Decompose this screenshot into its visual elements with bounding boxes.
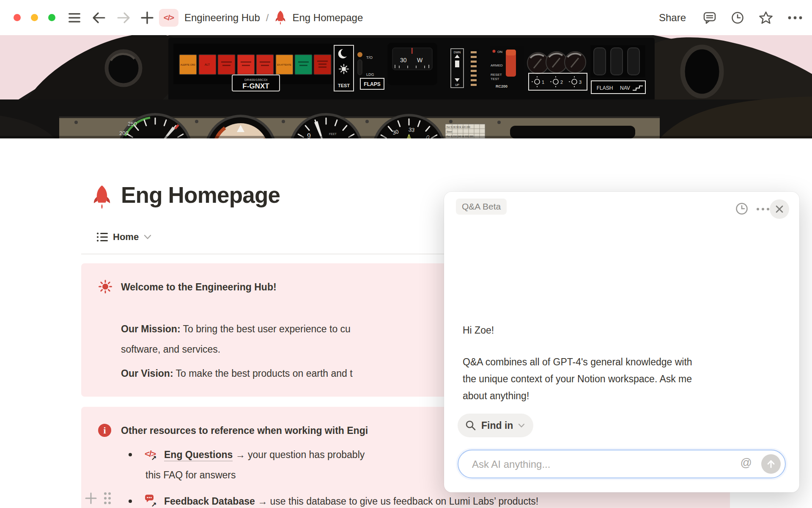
qa-greeting: Hi Zoe! xyxy=(463,325,494,336)
qa-description-line: about anything! xyxy=(463,387,692,404)
svg-text:W: W xyxy=(417,57,423,64)
mention-at-icon[interactable]: @ xyxy=(741,456,752,469)
qa-history-clock-icon[interactable] xyxy=(734,201,749,216)
forward-arrow-icon[interactable] xyxy=(112,0,134,35)
ask-ai-input[interactable] xyxy=(471,450,735,478)
back-arrow-icon[interactable] xyxy=(88,0,110,35)
sun-icon xyxy=(98,279,112,294)
history-clock-icon[interactable] xyxy=(731,11,744,25)
svg-text:ALERTE CRD: ALERTE CRD xyxy=(181,64,195,66)
svg-text:33: 33 xyxy=(408,126,415,133)
qa-description: Q&A combines all of GPT-4's general know… xyxy=(463,353,692,404)
view-tab-label: Home xyxy=(113,232,139,243)
feedback-text: → use this database to give us feedback … xyxy=(255,496,538,507)
rocket-icon xyxy=(274,10,286,25)
svg-text:LDG: LDG xyxy=(366,72,374,77)
minimize-window-button[interactable] xyxy=(31,14,38,21)
bullet-eng-questions: Eng Questions → your question has probab… xyxy=(164,448,365,461)
svg-text:30: 30 xyxy=(400,57,407,64)
svg-text:TEST: TEST xyxy=(338,83,350,88)
page-rocket-icon xyxy=(91,185,113,210)
page-title: Eng Homepage xyxy=(121,182,280,208)
bullet-dot xyxy=(129,453,132,456)
eng-questions-text: → your question has probably xyxy=(233,449,365,460)
svg-text:F-GNXT: F-GNXT xyxy=(242,82,269,90)
engineering-hub-code-icon[interactable]: </> xyxy=(159,9,178,27)
bullet-feedback: Feedback Database → use this database to… xyxy=(164,495,538,508)
find-in-label: Find in xyxy=(481,420,513,431)
svg-text:FEET: FEET xyxy=(329,133,337,135)
search-icon xyxy=(465,420,476,431)
svg-text:3: 3 xyxy=(579,80,582,85)
qa-description-line: the unique context of your Notion worksp… xyxy=(463,370,692,387)
svg-text:ON: ON xyxy=(497,50,502,54)
svg-text:UP: UP xyxy=(455,83,459,86)
svg-text:ALT: ALT xyxy=(205,63,210,66)
vision-text: To make the best products on earth and t xyxy=(173,368,353,379)
qa-close-icon[interactable] xyxy=(770,199,789,219)
list-view-icon xyxy=(96,232,108,243)
svg-text:NAV: NAV xyxy=(620,85,630,91)
notion-window: </> Engineering Hub / Eng Homepage Share xyxy=(0,0,812,508)
svg-text:FLASH: FLASH xyxy=(597,85,613,91)
open-page-arrow-icon: ↗ xyxy=(151,499,156,508)
mission-line-cont: software, and services. xyxy=(121,343,220,356)
sidebar-menu-icon[interactable] xyxy=(64,0,85,35)
vision-line: Our Vision: To make the best products on… xyxy=(121,367,353,380)
add-block-plus-icon[interactable] xyxy=(85,492,97,506)
drag-handle-icon[interactable] xyxy=(102,491,112,507)
find-in-button[interactable]: Find in xyxy=(458,414,533,437)
breadcrumb-separator: / xyxy=(266,12,269,24)
svg-text:T/O: T/O xyxy=(366,55,373,60)
breadcrumb: </> Engineering Hub / Eng Homepage xyxy=(159,0,363,35)
svg-text:2: 2 xyxy=(560,80,563,85)
svg-text:RC200: RC200 xyxy=(496,84,508,88)
feedback-chat-icon: ↗ xyxy=(145,494,158,507)
eng-questions-code-icon: </> ↗ xyxy=(145,447,158,461)
more-ellipsis-icon[interactable] xyxy=(787,16,803,20)
comments-icon[interactable] xyxy=(703,11,716,25)
info-icon: i xyxy=(98,424,111,437)
svg-text:RESET: RESET xyxy=(491,73,502,77)
svg-text:ARMED: ARMED xyxy=(491,64,503,67)
send-icon[interactable] xyxy=(761,454,781,474)
mission-label: Our Mission: xyxy=(121,323,181,334)
svg-text:FLAPS: FLAPS xyxy=(364,81,380,87)
svg-text:For N 30 60 E 120 150: For N 30 60 E 120 150 xyxy=(447,126,470,128)
chevron-down-icon xyxy=(518,423,525,428)
cover-image: ALERTE CRD ALT EN ATTENTE DR400/155CDI F… xyxy=(0,35,812,138)
zoom-window-button[interactable] xyxy=(48,14,55,21)
svg-text:DWN: DWN xyxy=(454,51,461,54)
mission-line: Our Mission: To bring the best user expe… xyxy=(121,323,351,335)
tab-home-view[interactable]: Home xyxy=(94,231,154,243)
resources-heading: Other resources to reference when workin… xyxy=(121,424,368,437)
mission-text: To bring the best user experience to cu xyxy=(181,323,351,334)
bullet-dot xyxy=(129,500,132,503)
ask-ai-input-container: @ xyxy=(458,450,786,478)
breadcrumb-parent[interactable]: Engineering Hub xyxy=(184,12,260,24)
favorite-star-icon[interactable] xyxy=(759,11,773,25)
svg-text:DR400/155CDI: DR400/155CDI xyxy=(244,78,267,82)
svg-text:1: 1 xyxy=(542,80,544,85)
close-window-button[interactable] xyxy=(14,14,21,21)
qa-more-ellipsis-icon[interactable] xyxy=(754,206,771,213)
eng-questions-link[interactable]: Eng Questions xyxy=(164,449,233,461)
vision-label: Our Vision: xyxy=(121,368,173,379)
svg-text:Steer: Steer xyxy=(447,130,452,133)
breadcrumb-current[interactable]: Eng Homepage xyxy=(292,12,363,24)
traffic-lights xyxy=(14,0,55,35)
new-tab-plus-icon[interactable] xyxy=(136,0,158,35)
qa-assistant-panel: Q&A Beta Hi Zoe! Q&A combines all of GPT… xyxy=(444,192,799,492)
qa-description-line: Q&A combines all of GPT-4's general know… xyxy=(463,353,692,370)
welcome-heading: Welcome to the Engineering Hub! xyxy=(121,281,277,293)
topbar: </> Engineering Hub / Eng Homepage Share xyxy=(0,0,812,35)
topbar-actions: Share xyxy=(656,0,803,35)
svg-text:EN ATTENTE: EN ATTENTE xyxy=(277,64,291,66)
feedback-database-link[interactable]: Feedback Database xyxy=(164,496,255,507)
open-page-arrow-icon: ↗ xyxy=(151,452,156,465)
svg-text:250: 250 xyxy=(128,121,137,127)
svg-text:TEST: TEST xyxy=(491,77,499,81)
share-button[interactable]: Share xyxy=(656,11,689,24)
chevron-down-icon xyxy=(144,235,151,240)
qa-beta-badge: Q&A Beta xyxy=(456,199,507,215)
